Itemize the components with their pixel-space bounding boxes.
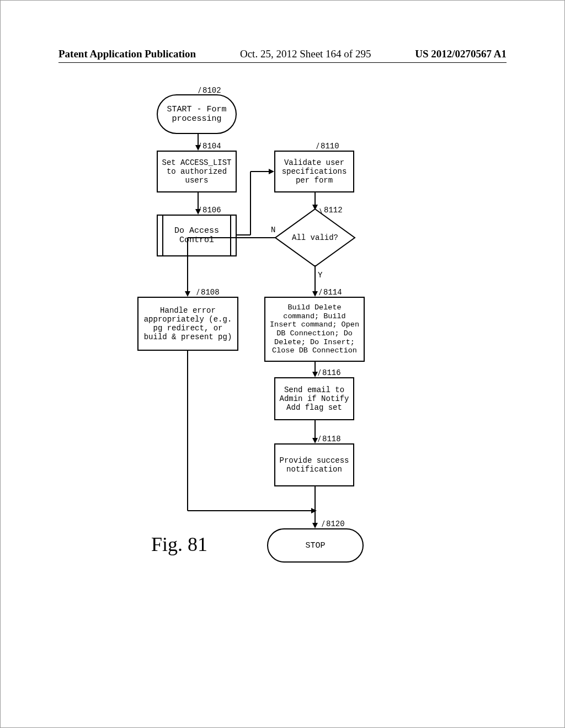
arrow-8118-8120 [312, 486, 318, 528]
node-8104-text: Set ACCESS_LIST to authorized users [161, 158, 232, 185]
arrow-8106-8110 [237, 160, 275, 238]
node-stop-text: STOP [305, 541, 325, 550]
ref-8110: 8110 [321, 142, 339, 151]
node-8112: All valid? [274, 207, 356, 268]
ref-8106: 8106 [202, 206, 221, 215]
node-8112-text: All valid? [274, 207, 356, 268]
ref-8114: 8114 [323, 288, 342, 297]
node-8108-text: Handle error appropriately (e.g. pg redi… [142, 306, 234, 341]
ref-8104: 8104 [202, 142, 221, 151]
arrow-8112-8114 [312, 265, 318, 297]
node-8104: Set ACCESS_LIST to authorized users [157, 151, 237, 192]
edge-label-N: N [271, 226, 275, 234]
ref-8102: 8102 [202, 86, 221, 95]
ref-8112: 8112 [324, 206, 343, 215]
edge-label-Y: Y [318, 271, 322, 280]
ref-8120: 8120 [326, 520, 345, 528]
svg-marker-15 [312, 291, 318, 297]
node-8110-text: Validate user specifications per form [279, 158, 350, 185]
ref-8118: 8118 [322, 435, 341, 443]
flowchart: START - Form processing 8102 Set ACCESS_… [1, 1, 565, 728]
node-stop: STOP [267, 528, 364, 563]
svg-marker-13 [185, 291, 190, 297]
ref-8116: 8116 [322, 368, 341, 377]
svg-marker-24 [312, 523, 318, 528]
svg-marker-7 [269, 169, 274, 174]
ref-8108: 8108 [201, 288, 220, 297]
page: Patent Application Publication Oct. 25, … [0, 0, 565, 728]
node-8110: Validate user specifications per form [274, 151, 354, 192]
figure-label: Fig. 81 [151, 533, 207, 556]
node-start-text: START - Form processing [160, 105, 233, 124]
node-8114-text: Build Delete command; Build Insert comma… [269, 303, 360, 355]
node-start: START - Form processing [157, 94, 237, 134]
node-8108: Handle error appropriately (e.g. pg redi… [137, 297, 238, 351]
arrow-8108-8120 [186, 351, 319, 516]
